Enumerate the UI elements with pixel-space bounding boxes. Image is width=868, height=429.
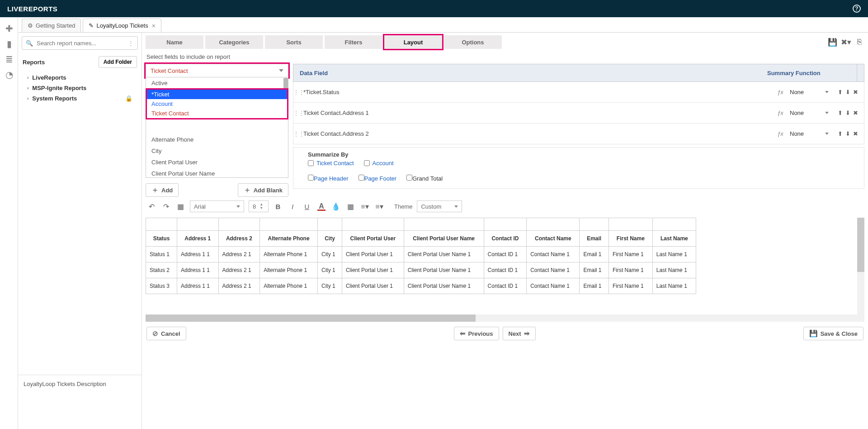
preview-table: StatusAddress 1Address 2Alternate PhoneC…: [146, 218, 696, 294]
folder-msp-ignite[interactable]: ›MSP-Ignite Reports: [18, 83, 142, 93]
add-blank-button[interactable]: ＋Add Blank: [238, 183, 288, 197]
align-left-icon[interactable]: ≡▾: [360, 201, 370, 211]
file-icon[interactable]: ▮: [0, 36, 18, 52]
clock-icon[interactable]: ◔: [0, 67, 18, 82]
summary-select[interactable]: None: [787, 89, 831, 95]
folder-system[interactable]: ›System Reports🔒: [18, 93, 142, 104]
list-item[interactable]: [146, 123, 288, 134]
fill-color-icon[interactable]: 💧: [331, 201, 341, 211]
list-item[interactable]: Alternate Phone: [146, 134, 288, 145]
remove-icon[interactable]: ✖: [853, 130, 858, 137]
scrollbar[interactable]: [857, 64, 864, 81]
move-up-icon[interactable]: ⬆: [838, 110, 843, 116]
grip-icon[interactable]: ⋮⋮: [293, 110, 302, 116]
move-down-icon[interactable]: ⬇: [845, 110, 850, 116]
summary-select[interactable]: None: [787, 130, 831, 137]
export-icon[interactable]: ⎘: [854, 37, 864, 47]
close-icon[interactable]: ×: [152, 22, 156, 29]
source-select[interactable]: Ticket Contact: [146, 64, 288, 77]
grid-icon[interactable]: ▦: [175, 201, 185, 211]
font-select[interactable]: Arial: [190, 200, 244, 212]
source-select-value: Ticket Contact: [151, 67, 188, 74]
text-color-icon[interactable]: A: [316, 201, 326, 211]
preview-header-spacer: [652, 218, 696, 231]
list-item[interactable]: City: [146, 145, 288, 157]
bold-icon[interactable]: B: [273, 201, 283, 211]
summary-select[interactable]: None: [787, 110, 831, 116]
data-field-row[interactable]: ⋮⋮Ticket Contact.Address 1ƒxNone⬆⬇✖: [293, 103, 864, 124]
check-ticket-contact[interactable]: Ticket Contact: [308, 160, 354, 167]
add-folder-button[interactable]: Add Folder: [99, 56, 137, 68]
preview-cell: Alternate Phone 1: [260, 262, 318, 278]
step-layout[interactable]: Layout: [384, 35, 442, 49]
font-size[interactable]: 8▲▼: [249, 200, 269, 212]
list-item[interactable]: Client Portal User: [146, 157, 288, 168]
list-item[interactable]: Client Portal User Name: [146, 168, 288, 178]
more-icon[interactable]: ⋮: [128, 40, 134, 47]
align-center-icon[interactable]: ≡▾: [374, 201, 384, 211]
preview-cell: City 1: [318, 247, 342, 262]
fx-icon[interactable]: ƒx: [774, 110, 787, 116]
check-grand-total[interactable]: Grand Total: [406, 175, 443, 182]
tab-report[interactable]: ✎ LoyaltyLoop Tickets ×: [83, 19, 161, 32]
dropdown-item-ticket[interactable]: *Ticket: [147, 90, 287, 99]
db-icon[interactable]: ≣: [0, 52, 18, 67]
preview-cell: Client Portal User 1: [342, 247, 404, 262]
preview-cell: First Name 1: [609, 262, 652, 278]
save-icon[interactable]: 💾: [827, 37, 837, 47]
preview-cell: Status 3: [146, 278, 177, 294]
step-sorts[interactable]: Sorts: [265, 35, 323, 49]
fx-icon[interactable]: ƒx: [774, 89, 787, 95]
search-box[interactable]: 🔍 ⋮: [22, 36, 138, 50]
preview-cell: Email 1: [580, 247, 609, 262]
next-button[interactable]: Next➡: [503, 327, 536, 340]
table-row: Status 3Address 1 1Address 2 1Alternate …: [146, 278, 696, 294]
summarize-label: Summarize By: [308, 151, 849, 158]
step-filters[interactable]: Filters: [325, 35, 382, 49]
theme-select[interactable]: Custom: [417, 200, 462, 212]
list-item[interactable]: Active: [146, 77, 288, 89]
table-icon[interactable]: ▦: [345, 201, 355, 211]
folder-livereports[interactable]: ›LiveReports: [18, 72, 142, 83]
fx-icon[interactable]: ƒx: [774, 130, 787, 137]
preview-cell: Email 1: [580, 262, 609, 278]
italic-icon[interactable]: I: [288, 201, 297, 211]
step-categories[interactable]: Categories: [205, 35, 263, 49]
grip-icon[interactable]: ⋮⋮: [293, 131, 302, 137]
move-down-icon[interactable]: ⬇: [845, 89, 850, 95]
plus-icon[interactable]: ✚: [0, 21, 18, 36]
redo-icon[interactable]: ↷: [161, 201, 171, 211]
scrollbar-horizontal[interactable]: [146, 315, 857, 322]
move-up-icon[interactable]: ⬆: [838, 130, 843, 137]
remove-icon[interactable]: ✖: [853, 110, 858, 116]
data-field-row[interactable]: ⋮⋮*Ticket.StatusƒxNone⬆⬇✖: [293, 82, 864, 103]
add-button[interactable]: ＋Add: [146, 183, 179, 197]
tab-getting-started[interactable]: ⚙ Getting Started: [22, 19, 81, 32]
save-close-button[interactable]: 💾Save & Close: [803, 327, 863, 340]
data-field-row[interactable]: ⋮⋮Ticket Contact.Address 2ƒxNone⬆⬇✖: [293, 124, 864, 144]
help-icon[interactable]: ?: [853, 5, 861, 13]
move-down-icon[interactable]: ⬇: [845, 130, 850, 137]
dropdown-item-account[interactable]: Account: [147, 99, 287, 109]
previous-button[interactable]: ⬅Previous: [454, 327, 499, 340]
cancel-button[interactable]: ⊘Cancel: [146, 327, 186, 340]
scrollbar-vertical[interactable]: [857, 218, 864, 322]
search-input[interactable]: [37, 40, 124, 47]
step-name[interactable]: Name: [146, 35, 203, 49]
preview-header-spacer: [177, 218, 218, 231]
field-name: Ticket Contact.Address 2: [302, 130, 774, 137]
tab-label: Getting Started: [36, 22, 75, 29]
move-up-icon[interactable]: ⬆: [838, 89, 843, 95]
undo-icon[interactable]: ↶: [146, 201, 156, 211]
underline-icon[interactable]: U: [302, 201, 312, 211]
delete-icon[interactable]: ✖▾: [841, 37, 851, 47]
check-page-header[interactable]: Page Header: [308, 175, 349, 182]
check-account[interactable]: Account: [364, 160, 394, 167]
step-options[interactable]: Options: [444, 35, 502, 49]
dropdown-item-ticket-contact[interactable]: Ticket Contact: [147, 109, 287, 118]
preview-header: Contact Name: [527, 231, 580, 247]
grip-icon[interactable]: ⋮⋮: [293, 89, 302, 95]
remove-icon[interactable]: ✖: [853, 89, 858, 95]
preview-cell: Address 1 1: [177, 262, 218, 278]
check-page-footer[interactable]: Page Footer: [359, 175, 397, 182]
